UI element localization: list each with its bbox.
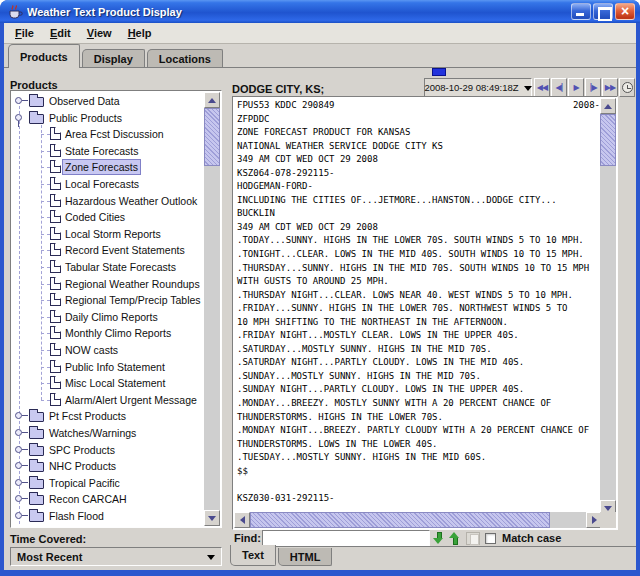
tree-item-tabular-state-forecasts[interactable]: Tabular State Forecasts	[12, 259, 204, 275]
tree-item-label: SPC Products	[49, 443, 115, 457]
tree-item-now-casts[interactable]: NOW casts	[12, 342, 204, 358]
window-content: FileEditViewHelp ProductsDisplayLocation…	[4, 23, 636, 570]
folder-icon	[29, 512, 44, 522]
product-text-area[interactable]: FPUS53 KDDC 290849 2008-ZFPDDCZONE FOREC…	[232, 96, 618, 530]
time-select-dropdown[interactable]: 2008-10-29 08:49:18Z	[424, 78, 532, 97]
expand-handle-icon[interactable]	[15, 495, 22, 502]
nav-play-button[interactable]: ▶	[568, 78, 584, 97]
tree-item-pt-fcst-products[interactable]: Pt Fcst Products	[12, 408, 204, 424]
tree-item-daily-climo-reports[interactable]: Daily Climo Reports	[12, 309, 204, 325]
menu-file[interactable]: File	[8, 25, 41, 41]
scroll-left-button[interactable]	[234, 512, 250, 528]
expand-handle-icon[interactable]	[15, 412, 22, 419]
expand-handle-icon[interactable]	[15, 479, 22, 486]
text-vscrollbar-thumb[interactable]	[600, 114, 616, 166]
text-vertical-scrollbar[interactable]	[600, 98, 616, 516]
tree-item-spc-products[interactable]: SPC Products	[12, 442, 204, 458]
view-tab-strip: TextHTML	[230, 545, 332, 567]
menu-view[interactable]: View	[80, 25, 119, 41]
tree-item-area-fcst-discussion[interactable]: Area Fcst Discussion	[12, 126, 204, 142]
tree-item-label: Flash Flood	[49, 509, 104, 523]
tree-item-regional-temp-precip-tables[interactable]: Regional Temp/Precip Tables	[12, 292, 204, 308]
tree-item-flash-flood[interactable]: Flash Flood	[12, 508, 204, 524]
tree-item-zone-forecasts[interactable]: Zone Forecasts	[12, 159, 204, 175]
scroll-down-button[interactable]	[204, 510, 220, 526]
menu-edit[interactable]: Edit	[43, 25, 78, 41]
text-line: .SUNDAY NIGHT...PARTLY CLOUDY. LOWS IN T…	[237, 383, 600, 397]
tree-item-label: Public Products	[49, 111, 122, 125]
text-line: .SATURDAY...MOSTLY SUNNY. HIGHS IN THE M…	[237, 343, 600, 357]
expand-handle-icon[interactable]	[15, 446, 22, 453]
tree-item-monthly-climo-reports[interactable]: Monthly Climo Reports	[12, 325, 204, 341]
tab-products[interactable]: Products	[8, 44, 80, 68]
text-hscrollbar-thumb[interactable]	[250, 512, 550, 528]
maximize-button[interactable]	[593, 3, 613, 20]
expand-handle-icon[interactable]	[15, 97, 22, 104]
tree-item-watches-warnings[interactable]: Watches/Warnings	[12, 425, 204, 441]
tree-item-regional-weather-roundups[interactable]: Regional Weather Roundups	[12, 276, 204, 292]
tree-item-observed-data[interactable]: Observed Data	[12, 93, 204, 109]
clock-icon	[622, 82, 633, 93]
tree-item-public-products[interactable]: Public Products	[12, 110, 204, 126]
tree-item-hazardous-weather-outlook[interactable]: Hazardous Weather Outlook	[12, 193, 204, 209]
tree-vertical-scrollbar[interactable]	[204, 92, 220, 526]
tab-locations[interactable]: Locations	[147, 49, 223, 67]
nav-skip-backward-button[interactable]: ◀◀	[534, 78, 550, 97]
text-horizontal-scrollbar[interactable]	[234, 512, 602, 528]
tree-item-nhc-products[interactable]: NHC Products	[12, 458, 204, 474]
folder-icon	[29, 97, 44, 107]
folder-icon	[29, 462, 44, 472]
scroll-up-button[interactable]	[204, 92, 220, 108]
main-tab-strip: ProductsDisplayLocations	[8, 44, 225, 68]
tree-item-record-event-statements[interactable]: Record Event Statements	[12, 242, 204, 258]
nav-skip-forward-button[interactable]: ▶▶	[602, 78, 618, 97]
tree-item-label: Monthly Climo Reports	[65, 326, 171, 340]
products-tree-box: Observed DataPublic ProductsArea Fcst Di…	[10, 90, 222, 528]
text-line: THUNDERSTORMS. LOWS IN THE LOWER 40S.	[237, 438, 600, 452]
nav-step-backward-button[interactable]: ◀|	[551, 78, 567, 97]
expand-handle-icon[interactable]	[15, 512, 22, 519]
text-line: .FRIDAY NIGHT...MOSTLY CLEAR. LOWS IN TH…	[237, 329, 600, 343]
tree-item-recon-carcah[interactable]: Recon CARCAH	[12, 491, 204, 507]
collapse-handle-icon[interactable]	[15, 114, 22, 121]
tree-item-public-info-statement[interactable]: Public Info Statement	[12, 359, 204, 375]
expand-handle-icon[interactable]	[15, 429, 22, 436]
scroll-up-button[interactable]	[600, 98, 616, 114]
tree-connector	[41, 383, 50, 384]
text-line: .THURSDAY...SUNNY. HIGHS IN THE MID 70S.…	[237, 262, 600, 276]
minimize-button[interactable]	[571, 3, 591, 20]
tree-item-alarm-alert-urgent-message[interactable]: Alarm/Alert Urgent Message	[12, 392, 204, 408]
tree-item-label: Tabular State Forecasts	[65, 260, 176, 274]
tree-item-label: Watches/Warnings	[49, 426, 136, 440]
title-bar[interactable]: Weather Text Product Display	[0, 0, 640, 23]
time-covered-label: Time Covered:	[10, 533, 86, 545]
time-covered-dropdown[interactable]: Most Recent	[10, 547, 222, 566]
tree-item-local-forecasts[interactable]: Local Forecasts	[12, 176, 204, 192]
tree-item-coded-cities[interactable]: Coded Cities	[12, 209, 204, 225]
expand-handle-icon[interactable]	[15, 462, 22, 469]
nav-clock-button[interactable]	[619, 78, 635, 97]
tree-connector	[41, 367, 50, 368]
tree-scrollbar-thumb[interactable]	[204, 108, 220, 166]
find-previous-icon[interactable]	[449, 531, 461, 546]
text-line: INCLUDING THE CITIES OF...JETMORE...HANS…	[237, 194, 600, 208]
tree-item-tropical-pacific[interactable]: Tropical Pacific	[12, 475, 204, 491]
document-icon	[50, 343, 61, 356]
view-tab-html[interactable]: HTML	[278, 548, 333, 566]
tree-item-clipped[interactable]	[12, 525, 204, 526]
menu-help[interactable]: Help	[121, 25, 159, 41]
view-tab-text[interactable]: Text	[230, 545, 276, 566]
tree-item-label: NHC Products	[49, 459, 116, 473]
nav-step-forward-button[interactable]: |▶	[585, 78, 601, 97]
tree-item-misc-local-statement[interactable]: Misc Local Statement	[12, 375, 204, 391]
tree-item-label: Hazardous Weather Outlook	[65, 194, 197, 208]
tree-connector	[41, 350, 50, 351]
tree-item-state-forecasts[interactable]: State Forecasts	[12, 143, 204, 159]
highlight-icon[interactable]	[466, 532, 480, 545]
close-button[interactable]	[615, 3, 635, 20]
find-next-icon[interactable]	[433, 531, 445, 546]
tab-display[interactable]: Display	[82, 49, 145, 67]
match-case-checkbox[interactable]	[485, 533, 496, 544]
document-icon	[50, 260, 61, 273]
tree-item-local-storm-reports[interactable]: Local Storm Reports	[12, 226, 204, 242]
